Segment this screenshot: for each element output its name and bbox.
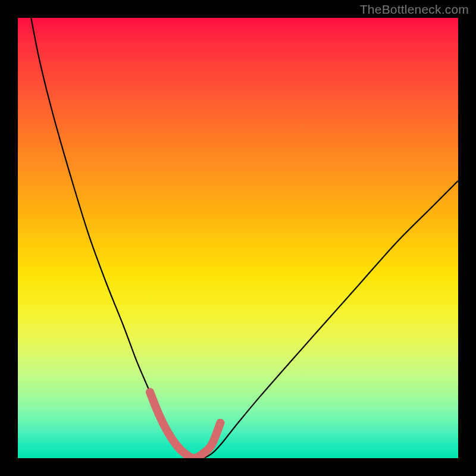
bottleneck-curve-highlight [150,392,220,458]
bottleneck-curve-line [31,18,458,458]
curve-overlay [18,18,458,458]
watermark-text: TheBottleneck.com [360,2,469,17]
chart-frame: TheBottleneck.com [0,0,476,476]
plot-area [18,18,458,458]
